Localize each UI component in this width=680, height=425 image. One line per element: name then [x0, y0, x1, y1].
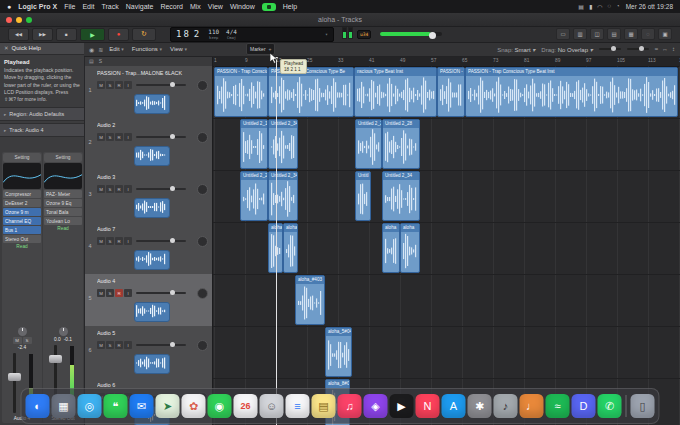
toolbar-menu-edit[interactable]: Edit ▾ — [109, 46, 124, 52]
track-i-button[interactable]: I — [124, 289, 132, 297]
setting-button[interactable]: Setting — [44, 153, 82, 162]
eq-thumbnail[interactable] — [44, 163, 82, 189]
pan-knob[interactable] — [18, 327, 27, 336]
control-center-icon[interactable]: ◔ — [616, 3, 620, 10]
track-header-passion-trap-malone-6lack[interactable]: 1PASSION - Trap...MALONE 6LACKMSRI — [84, 66, 212, 119]
region-untitl[interactable]: Untitl — [355, 171, 371, 221]
rewind-button[interactable]: ◀◀ — [8, 28, 29, 41]
dock-maps-icon[interactable]: ➤ — [156, 394, 180, 418]
track-i-button[interactable]: I — [124, 341, 132, 349]
menu-logic-pro-x[interactable]: Logic Pro X — [18, 3, 57, 10]
lcd-chevron-icon[interactable]: ▾ — [325, 31, 328, 37]
dock-news-icon[interactable]: N — [416, 394, 440, 418]
apple-menu-icon[interactable]: ● — [7, 3, 11, 10]
mute-button[interactable]: M — [13, 337, 22, 344]
dock-photos-icon[interactable]: ✿ — [182, 394, 206, 418]
region-passion-trap-consciou[interactable]: PASSION - Trap Consciou — [214, 67, 268, 117]
waveform-zoom-icon[interactable]: ≈ — [655, 46, 658, 52]
region-passion-trap-conscious-type-be[interactable]: PASSION - Trap Conscious Type Be — [268, 67, 354, 117]
dock-facetime-icon[interactable]: ◉ — [208, 394, 232, 418]
plugin-slot[interactable]: Channel EQ — [3, 217, 41, 225]
dock-finder-icon[interactable]: ◐ — [26, 394, 50, 418]
menu-navigate[interactable]: Navigate — [126, 3, 154, 10]
track-m-button[interactable]: M — [97, 237, 105, 245]
dock-logic-pro-icon[interactable]: ♪ — [494, 394, 518, 418]
menu-window[interactable]: Window — [230, 3, 255, 10]
track-lanes[interactable]: PASSION - Trap ConsciouPASSION - Trap Co… — [212, 66, 680, 425]
track-volume-slider[interactable] — [136, 240, 186, 242]
menu-file[interactable]: File — [64, 3, 75, 10]
menu-mix[interactable]: Mix — [190, 3, 201, 10]
wifi-icon[interactable]: ◠ — [597, 3, 602, 10]
track-name[interactable]: Audio 4 — [97, 278, 207, 284]
plugin-slot[interactable]: DeEsser 2 — [3, 199, 41, 207]
region-aloha[interactable]: aloha — [382, 223, 400, 273]
zoom-window-button[interactable] — [26, 17, 32, 23]
plugin-slot[interactable]: PAZ- Meter — [44, 190, 82, 198]
track-s-button[interactable]: S — [106, 237, 114, 245]
plugin-slot[interactable]: Compressor — [3, 190, 41, 198]
dock-calendar-icon[interactable]: 26 — [234, 394, 258, 418]
dock-tv-icon[interactable]: ▶ — [390, 394, 414, 418]
section-region[interactable]: ▸Region: Audio Defaults — [0, 107, 84, 121]
track-name[interactable]: Audio 5 — [97, 330, 207, 336]
solo-button[interactable]: S — [23, 337, 32, 344]
region-passion-t[interactable]: PASSION - T — [437, 67, 465, 117]
search-icon[interactable]: ◌ — [607, 3, 611, 10]
play-button[interactable]: ▶ — [80, 28, 105, 41]
vertical-zoom-icon[interactable]: ↕ — [672, 46, 675, 52]
plugin-slot[interactable]: Ozone 9 Eq — [44, 199, 82, 207]
track-m-button[interactable]: M — [97, 341, 105, 349]
menu-edit[interactable]: Edit — [82, 3, 94, 10]
output-slot[interactable]: Stereo Out — [3, 235, 41, 243]
menu-record[interactable]: Record — [160, 3, 183, 10]
track-s-button[interactable]: S — [106, 185, 114, 193]
track-pan-knob[interactable] — [197, 340, 208, 351]
track-name[interactable]: Audio 7 — [97, 226, 207, 232]
dock-settings-icon[interactable]: ✱ — [468, 394, 492, 418]
menu-help[interactable]: Help — [283, 3, 297, 10]
minimize-window-button[interactable] — [16, 17, 22, 23]
track-m-button[interactable]: M — [97, 133, 105, 141]
automation-mode[interactable]: Read — [44, 226, 82, 231]
track-header-audio-4[interactable]: 5Audio 4MSRI — [84, 274, 212, 327]
section-track[interactable]: ▸Track: Audio 4 — [0, 123, 84, 137]
dock-podcasts-icon[interactable]: ◈ — [364, 394, 388, 418]
horizontal-zoom-slider[interactable] — [599, 48, 621, 50]
dock-garageband-icon[interactable]: ♩ — [520, 394, 544, 418]
track-volume-slider[interactable] — [136, 292, 186, 294]
dock-messages-icon[interactable]: ❝ — [104, 394, 128, 418]
track-m-button[interactable]: M — [97, 289, 105, 297]
track-header-audio-5[interactable]: 6Audio 5MSRI — [84, 326, 212, 379]
drag-menu[interactable]: Drag: No Overlap ▾ — [541, 46, 592, 53]
region-aloha-403[interactable]: aloha_#403 — [295, 275, 325, 325]
dock-launchpad-icon[interactable]: ▦ — [52, 394, 76, 418]
record-button[interactable]: ● — [108, 28, 129, 41]
mixer-icon[interactable]: ▥ — [573, 28, 587, 40]
lane-6[interactable] — [212, 326, 680, 379]
track-pan-knob[interactable] — [197, 80, 208, 91]
playhead[interactable] — [276, 56, 277, 425]
track-r-button[interactable]: R — [115, 237, 123, 245]
track-s-button[interactable]: S — [106, 81, 114, 89]
region-untitled-2-28[interactable]: Untitled 2_28 — [382, 119, 420, 169]
track-name[interactable]: Audio 3 — [97, 174, 207, 180]
lcd-time-signature[interactable]: 4/4 — [226, 29, 237, 35]
dock-trash-icon[interactable]: ▯ — [631, 394, 655, 418]
smart-controls-icon[interactable]: ▭ — [556, 28, 570, 40]
automation-icon[interactable]: ◉ — [89, 46, 94, 53]
track-s-button[interactable]: S — [106, 341, 114, 349]
region-aloha[interactable]: aloha — [400, 223, 420, 273]
track-pan-knob[interactable] — [197, 132, 208, 143]
automation-mode[interactable]: Read — [3, 244, 41, 249]
balance-knob[interactable] — [59, 327, 68, 336]
region-untitled-2-34[interactable]: Untitled 2_34 — [382, 171, 420, 221]
track-header-audio-3[interactable]: 3Audio 3MSRI — [84, 170, 212, 223]
screen-recording-indicator[interactable] — [262, 3, 276, 11]
track-pan-knob[interactable] — [197, 288, 208, 299]
dock-reminders-icon[interactable]: ≡ — [286, 394, 310, 418]
track-name[interactable]: PASSION - Trap...MALONE 6LACK — [97, 70, 207, 76]
menubar-clock[interactable]: Mer 26 ott 19:28 — [626, 3, 673, 10]
track-m-button[interactable]: M — [97, 81, 105, 89]
track-r-button[interactable]: R — [115, 133, 123, 141]
